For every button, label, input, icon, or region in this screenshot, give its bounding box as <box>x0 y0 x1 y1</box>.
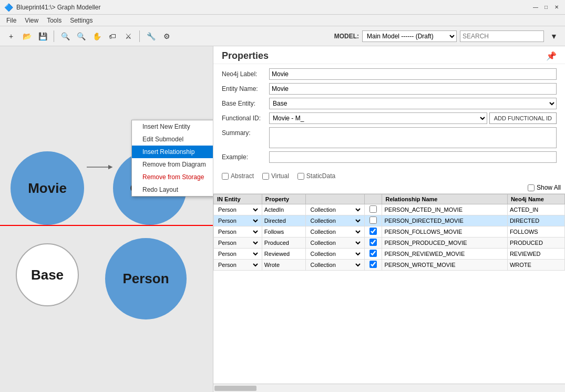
cell-relname: PERSON_WROTE_MOVIE <box>382 260 507 271</box>
node-movie[interactable]: Movie <box>11 151 84 225</box>
ctx-edit-submodel[interactable]: Edit Submodel <box>132 133 213 146</box>
summary-input[interactable] <box>269 127 557 148</box>
node-base[interactable]: Base <box>16 243 79 306</box>
cell-proptype: Collection <box>306 226 365 238</box>
add-functional-id-btn[interactable]: ADD FUNCTIONAL ID <box>489 112 557 124</box>
cell-proptype: Collection <box>306 204 365 215</box>
cell-proptype: Collection <box>306 249 365 260</box>
entity-name-input[interactable] <box>269 83 557 95</box>
zoom-out-btn[interactable]: 🔍 <box>74 29 88 43</box>
entity-select-4[interactable]: Person <box>216 250 260 257</box>
cell-property: Reviewed <box>262 249 306 260</box>
base-entity-select[interactable]: Base <box>269 98 557 109</box>
maximize-btn[interactable]: □ <box>542 3 550 12</box>
h-scroll-thumb[interactable] <box>214 386 256 391</box>
col-check <box>365 194 382 204</box>
staticdata-checkbox[interactable] <box>297 173 304 180</box>
save-btn[interactable]: 💾 <box>36 29 49 43</box>
abstract-checkbox-label: Abstract <box>222 172 254 180</box>
cell-neo4jname: WROTE <box>507 260 564 271</box>
abstract-checkbox[interactable] <box>222 173 229 180</box>
virtual-checkbox[interactable] <box>262 173 269 180</box>
entity-select-2[interactable]: Person <box>216 228 260 235</box>
model-select[interactable]: Main Model ------ (Draft) <box>362 30 457 42</box>
entity-select-3[interactable]: Person <box>216 239 260 246</box>
ctx-insert-entity[interactable]: Insert New Entity <box>132 120 213 133</box>
proptype-select-5[interactable]: Collection <box>308 261 362 269</box>
menu-settings[interactable]: Settings <box>66 16 97 25</box>
main-area: Movie Genre Base Person Insert New Entit… <box>0 46 565 392</box>
neo4j-label-input[interactable] <box>269 68 557 80</box>
example-input[interactable] <box>269 151 557 163</box>
col-property: Property <box>262 194 306 204</box>
config-btn[interactable]: ⚙ <box>160 29 173 43</box>
col-neo4j: Neo4j Name <box>507 194 564 204</box>
summary-row: Summary: <box>222 127 557 148</box>
row-checkbox-3[interactable] <box>369 239 377 246</box>
zoom-in-btn[interactable]: 🔍 <box>58 29 72 43</box>
cell-check <box>365 204 382 215</box>
menu-file[interactable]: File <box>2 16 20 25</box>
select-btn[interactable]: ⚔ <box>121 29 135 43</box>
ctx-remove-diagram[interactable]: Remove from Diagram <box>132 158 213 171</box>
cell-entity: Person <box>214 204 262 215</box>
menu-view[interactable]: View <box>20 16 43 25</box>
canvas-area[interactable]: Movie Genre Base Person Insert New Entit… <box>0 46 213 392</box>
tag-btn[interactable]: 🏷 <box>106 29 119 43</box>
proptype-select-3[interactable]: Collection <box>308 239 362 246</box>
proptype-select-1[interactable]: Collection <box>308 217 362 224</box>
example-row: Example: <box>222 151 557 163</box>
ctx-remove-storage[interactable]: Remove from Storage <box>132 171 213 183</box>
functional-id-row: Functional ID: Movie - M_ ADD FUNCTIONAL… <box>222 112 557 124</box>
row-checkbox-2[interactable] <box>369 228 377 235</box>
row-checkbox-0[interactable] <box>369 205 377 213</box>
row-checkbox-1[interactable] <box>369 216 377 224</box>
table-row: Person Produced Collection PERSON_PRODUC… <box>214 238 565 249</box>
minimize-btn[interactable]: — <box>531 3 540 12</box>
proptype-select-2[interactable]: Collection <box>308 228 362 235</box>
menu-tools[interactable]: Tools <box>43 16 66 25</box>
cell-check <box>365 226 382 238</box>
cell-check <box>365 215 382 226</box>
functional-id-select[interactable]: Movie - M_ <box>269 112 487 124</box>
cell-entity: Person <box>214 249 262 260</box>
proptype-select-4[interactable]: Collection <box>308 250 362 257</box>
entity-select-1[interactable]: Person <box>216 217 260 224</box>
show-all-label: Show All <box>528 184 561 191</box>
row-checkbox-4[interactable] <box>369 250 377 257</box>
relationships-table[interactable]: IN Entity Property Relationship Name Neo… <box>213 194 565 384</box>
cell-proptype: Collection <box>306 215 365 226</box>
cell-property: Produced <box>262 238 306 249</box>
cell-check <box>365 238 382 249</box>
entity-select-0[interactable]: Person <box>216 206 260 213</box>
pin-icon[interactable]: 📌 <box>546 51 557 61</box>
search-input[interactable] <box>460 30 544 42</box>
h-scrollbar[interactable] <box>213 384 565 392</box>
pan-btn[interactable]: ✋ <box>90 29 104 43</box>
entity-select-5[interactable]: Person <box>216 261 260 269</box>
show-all-checkbox[interactable] <box>528 184 535 191</box>
node-person[interactable]: Person <box>105 238 187 319</box>
ctx-insert-relationship[interactable]: Insert Relationship ▶ <box>132 146 213 158</box>
settings-btn[interactable]: 🔧 <box>144 29 158 43</box>
close-btn[interactable]: ✕ <box>552 3 561 12</box>
arrow-genre-movie <box>81 151 116 193</box>
proptype-select-0[interactable]: Collection <box>308 206 362 213</box>
row-checkbox-5[interactable] <box>369 261 377 268</box>
new-btn[interactable]: + <box>4 29 18 43</box>
cell-proptype: Collection <box>306 260 365 271</box>
cell-check <box>365 260 382 271</box>
cell-relname: PERSON_FOLLOWS_MOVIE <box>382 226 507 238</box>
title-bar-left: 🔷 Blueprint41:\> Graph Modeller <box>4 3 100 12</box>
col-relname: Relationship Name <box>382 194 507 204</box>
functional-id-label: Functional ID: <box>222 112 269 122</box>
title-controls: — □ ✕ <box>531 3 561 12</box>
title-bar: 🔷 Blueprint41:\> Graph Modeller — □ ✕ <box>0 0 565 15</box>
cell-neo4jname: FOLLOWS <box>507 226 564 238</box>
ctx-redo-layout[interactable]: Redo Layout <box>132 183 213 196</box>
model-label: MODEL: <box>334 33 359 40</box>
search-dropdown-btn[interactable]: ▼ <box>547 29 561 43</box>
virtual-checkbox-label: Virtual <box>262 172 289 180</box>
open-btn[interactable]: 📂 <box>20 29 34 43</box>
show-all-text: Show All <box>537 184 561 191</box>
